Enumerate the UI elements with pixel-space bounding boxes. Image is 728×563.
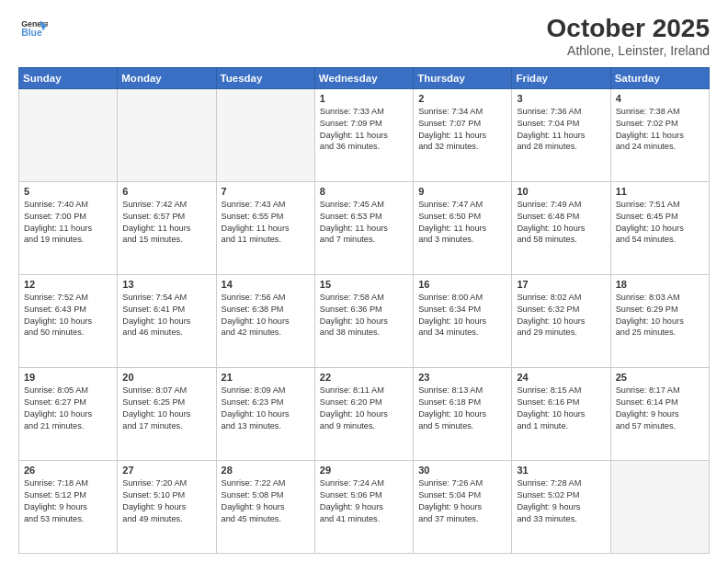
header: General Blue October 2025 Athlone, Leins…	[18, 15, 710, 58]
table-row	[610, 460, 709, 553]
day-info: Sunrise: 8:17 AM Sunset: 6:14 PM Dayligh…	[616, 385, 704, 432]
table-row: 14Sunrise: 7:56 AM Sunset: 6:38 PM Dayli…	[216, 274, 314, 367]
table-row: 11Sunrise: 7:51 AM Sunset: 6:45 PM Dayli…	[610, 181, 709, 274]
page-subtitle: Athlone, Leinster, Ireland	[547, 43, 710, 58]
table-row: 15Sunrise: 7:58 AM Sunset: 6:36 PM Dayli…	[314, 274, 413, 367]
table-row: 22Sunrise: 8:11 AM Sunset: 6:20 PM Dayli…	[314, 367, 413, 460]
day-info: Sunrise: 7:51 AM Sunset: 6:45 PM Dayligh…	[616, 199, 704, 247]
table-row: 31Sunrise: 7:28 AM Sunset: 5:02 PM Dayli…	[512, 460, 610, 553]
table-row: 4Sunrise: 7:38 AM Sunset: 7:02 PM Daylig…	[610, 88, 709, 181]
day-number: 2	[418, 93, 506, 104]
col-saturday: Saturday	[610, 67, 709, 88]
col-monday: Monday	[118, 67, 216, 88]
table-row: 8Sunrise: 7:45 AM Sunset: 6:53 PM Daylig…	[314, 181, 413, 274]
table-row: 7Sunrise: 7:43 AM Sunset: 6:55 PM Daylig…	[216, 181, 314, 274]
table-row: 13Sunrise: 7:54 AM Sunset: 6:41 PM Dayli…	[118, 274, 216, 367]
table-row	[118, 88, 216, 181]
day-info: Sunrise: 7:56 AM Sunset: 6:38 PM Dayligh…	[222, 292, 310, 339]
table-row: 17Sunrise: 8:02 AM Sunset: 6:32 PM Dayli…	[512, 274, 610, 367]
table-row: 29Sunrise: 7:24 AM Sunset: 5:06 PM Dayli…	[314, 460, 413, 553]
table-row	[19, 88, 118, 181]
day-info: Sunrise: 8:13 AM Sunset: 6:18 PM Dayligh…	[418, 385, 506, 432]
table-row: 2Sunrise: 7:34 AM Sunset: 7:07 PM Daylig…	[414, 88, 512, 181]
day-info: Sunrise: 7:20 AM Sunset: 5:10 PM Dayligh…	[122, 477, 210, 525]
day-info: Sunrise: 7:38 AM Sunset: 7:02 PM Dayligh…	[616, 106, 704, 154]
day-info: Sunrise: 8:05 AM Sunset: 6:27 PM Dayligh…	[24, 385, 112, 432]
day-number: 16	[418, 279, 506, 290]
day-info: Sunrise: 7:34 AM Sunset: 7:07 PM Dayligh…	[418, 106, 506, 154]
table-row: 20Sunrise: 8:07 AM Sunset: 6:25 PM Dayli…	[118, 367, 216, 460]
day-info: Sunrise: 7:45 AM Sunset: 6:53 PM Dayligh…	[320, 199, 408, 247]
col-thursday: Thursday	[414, 67, 512, 88]
day-number: 30	[418, 465, 506, 476]
day-number: 10	[517, 186, 605, 197]
day-info: Sunrise: 8:15 AM Sunset: 6:16 PM Dayligh…	[517, 385, 605, 432]
day-number: 27	[122, 465, 210, 476]
day-number: 26	[24, 465, 112, 476]
day-number: 24	[517, 372, 605, 383]
day-info: Sunrise: 7:54 AM Sunset: 6:41 PM Dayligh…	[122, 292, 210, 339]
table-row: 21Sunrise: 8:09 AM Sunset: 6:23 PM Dayli…	[216, 367, 314, 460]
day-info: Sunrise: 7:43 AM Sunset: 6:55 PM Dayligh…	[222, 199, 310, 247]
logo-icon: General Blue	[18, 15, 48, 44]
table-row: 27Sunrise: 7:20 AM Sunset: 5:10 PM Dayli…	[118, 460, 216, 553]
day-info: Sunrise: 7:36 AM Sunset: 7:04 PM Dayligh…	[517, 106, 605, 154]
day-info: Sunrise: 8:00 AM Sunset: 6:34 PM Dayligh…	[418, 292, 506, 339]
day-info: Sunrise: 7:22 AM Sunset: 5:08 PM Dayligh…	[222, 477, 310, 525]
day-info: Sunrise: 7:47 AM Sunset: 6:50 PM Dayligh…	[418, 199, 506, 247]
day-number: 4	[616, 93, 704, 104]
day-number: 8	[320, 186, 408, 197]
day-info: Sunrise: 7:40 AM Sunset: 7:00 PM Dayligh…	[24, 199, 112, 247]
calendar-week-row: 26Sunrise: 7:18 AM Sunset: 5:12 PM Dayli…	[19, 460, 710, 553]
day-info: Sunrise: 8:07 AM Sunset: 6:25 PM Dayligh…	[122, 385, 210, 432]
day-number: 22	[320, 372, 408, 383]
day-number: 6	[122, 186, 210, 197]
table-row: 24Sunrise: 8:15 AM Sunset: 6:16 PM Dayli…	[512, 367, 610, 460]
table-row: 30Sunrise: 7:26 AM Sunset: 5:04 PM Dayli…	[414, 460, 512, 553]
day-number: 23	[418, 372, 506, 383]
day-info: Sunrise: 7:58 AM Sunset: 6:36 PM Dayligh…	[320, 292, 408, 339]
table-row: 6Sunrise: 7:42 AM Sunset: 6:57 PM Daylig…	[118, 181, 216, 274]
col-friday: Friday	[512, 67, 610, 88]
calendar-week-row: 19Sunrise: 8:05 AM Sunset: 6:27 PM Dayli…	[19, 367, 710, 460]
day-number: 29	[320, 465, 408, 476]
day-info: Sunrise: 7:28 AM Sunset: 5:02 PM Dayligh…	[517, 477, 605, 525]
day-info: Sunrise: 7:24 AM Sunset: 5:06 PM Dayligh…	[320, 477, 408, 525]
page: General Blue October 2025 Athlone, Leins…	[0, 0, 728, 563]
day-info: Sunrise: 7:42 AM Sunset: 6:57 PM Dayligh…	[122, 199, 210, 247]
svg-text:Blue: Blue	[21, 28, 42, 38]
day-number: 9	[418, 186, 506, 197]
logo: General Blue	[18, 15, 48, 44]
calendar-week-row: 5Sunrise: 7:40 AM Sunset: 7:00 PM Daylig…	[19, 181, 710, 274]
col-sunday: Sunday	[19, 67, 118, 88]
day-number: 17	[517, 279, 605, 290]
table-row: 26Sunrise: 7:18 AM Sunset: 5:12 PM Dayli…	[19, 460, 118, 553]
day-info: Sunrise: 8:03 AM Sunset: 6:29 PM Dayligh…	[616, 292, 704, 339]
day-number: 31	[517, 465, 605, 476]
day-number: 28	[222, 465, 310, 476]
day-number: 7	[222, 186, 310, 197]
table-row: 10Sunrise: 7:49 AM Sunset: 6:48 PM Dayli…	[512, 181, 610, 274]
day-number: 3	[517, 93, 605, 104]
day-number: 1	[320, 93, 408, 104]
calendar-week-row: 1Sunrise: 7:33 AM Sunset: 7:09 PM Daylig…	[19, 88, 710, 181]
day-number: 14	[222, 279, 310, 290]
col-tuesday: Tuesday	[216, 67, 314, 88]
table-row: 9Sunrise: 7:47 AM Sunset: 6:50 PM Daylig…	[414, 181, 512, 274]
table-row: 23Sunrise: 8:13 AM Sunset: 6:18 PM Dayli…	[414, 367, 512, 460]
table-row: 16Sunrise: 8:00 AM Sunset: 6:34 PM Dayli…	[414, 274, 512, 367]
table-row: 18Sunrise: 8:03 AM Sunset: 6:29 PM Dayli…	[610, 274, 709, 367]
day-number: 21	[222, 372, 310, 383]
day-info: Sunrise: 8:02 AM Sunset: 6:32 PM Dayligh…	[517, 292, 605, 339]
day-info: Sunrise: 7:49 AM Sunset: 6:48 PM Dayligh…	[517, 199, 605, 247]
day-info: Sunrise: 7:26 AM Sunset: 5:04 PM Dayligh…	[418, 477, 506, 525]
table-row: 28Sunrise: 7:22 AM Sunset: 5:08 PM Dayli…	[216, 460, 314, 553]
day-number: 5	[24, 186, 112, 197]
day-number: 15	[320, 279, 408, 290]
table-row: 12Sunrise: 7:52 AM Sunset: 6:43 PM Dayli…	[19, 274, 118, 367]
day-number: 13	[122, 279, 210, 290]
table-row	[216, 88, 314, 181]
table-row: 5Sunrise: 7:40 AM Sunset: 7:00 PM Daylig…	[19, 181, 118, 274]
day-info: Sunrise: 7:33 AM Sunset: 7:09 PM Dayligh…	[320, 106, 408, 154]
table-row: 19Sunrise: 8:05 AM Sunset: 6:27 PM Dayli…	[19, 367, 118, 460]
